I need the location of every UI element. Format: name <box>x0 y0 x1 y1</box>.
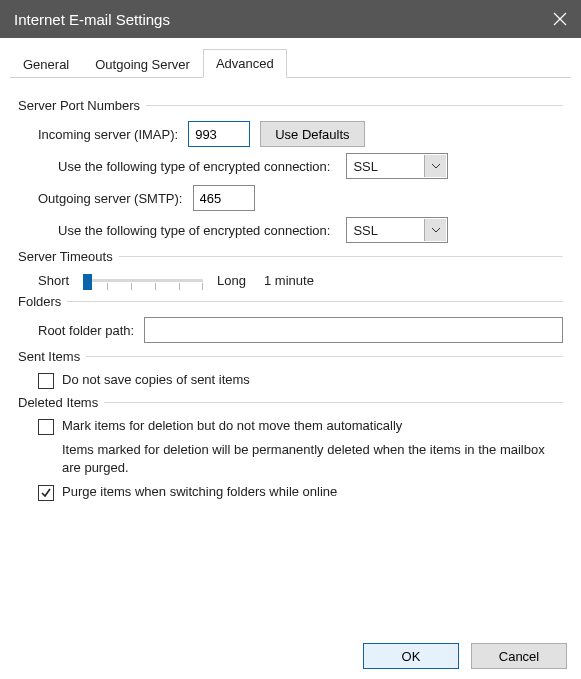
outgoing-encryption-label: Use the following type of encrypted conn… <box>58 223 330 238</box>
incoming-encryption-label: Use the following type of encrypted conn… <box>58 159 330 174</box>
outgoing-server-label: Outgoing server (SMTP): <box>38 191 183 206</box>
group-folders: Folders <box>18 294 563 309</box>
timeout-value: 1 minute <box>264 273 314 288</box>
root-folder-label: Root folder path: <box>38 323 134 338</box>
group-server-timeouts: Server Timeouts <box>18 249 563 264</box>
tab-outgoing-server[interactable]: Outgoing Server <box>82 50 203 78</box>
tab-general[interactable]: General <box>10 50 82 78</box>
close-icon[interactable] <box>553 12 567 26</box>
timeout-slider[interactable] <box>83 272 203 288</box>
chevron-down-icon <box>424 155 446 177</box>
group-deleted-items: Deleted Items <box>18 395 563 410</box>
incoming-encryption-select[interactable]: SSL <box>346 153 448 179</box>
mark-for-deletion-label: Mark items for deletion but do not move … <box>62 418 402 433</box>
outgoing-encryption-select[interactable]: SSL <box>346 217 448 243</box>
timeout-long-label: Long <box>217 273 246 288</box>
tab-advanced[interactable]: Advanced <box>203 49 287 78</box>
group-label-text: Server Port Numbers <box>18 98 140 113</box>
group-label-text: Server Timeouts <box>18 249 113 264</box>
do-not-save-checkbox[interactable] <box>38 373 54 389</box>
ok-button[interactable]: OK <box>363 643 459 669</box>
group-server-port-numbers: Server Port Numbers <box>18 98 563 113</box>
advanced-panel: Server Port Numbers Incoming server (IMA… <box>10 78 571 515</box>
outgoing-port-input[interactable] <box>193 185 255 211</box>
outgoing-encryption-value: SSL <box>353 223 378 238</box>
titlebar[interactable]: Internet E-mail Settings <box>0 0 581 38</box>
window-title: Internet E-mail Settings <box>14 11 170 28</box>
dialog-button-bar: OK Cancel <box>0 643 571 669</box>
group-label-text: Sent Items <box>18 349 80 364</box>
tabstrip: General Outgoing Server Advanced <box>10 48 571 78</box>
incoming-port-input[interactable] <box>188 121 250 147</box>
do-not-save-label: Do not save copies of sent items <box>62 372 250 387</box>
root-folder-input[interactable] <box>144 317 563 343</box>
chevron-down-icon <box>424 219 446 241</box>
group-label-text: Folders <box>18 294 61 309</box>
deletion-hint: Items marked for deletion will be perman… <box>62 441 563 476</box>
purge-label: Purge items when switching folders while… <box>62 484 337 499</box>
purge-checkbox[interactable] <box>38 485 54 501</box>
mark-for-deletion-checkbox[interactable] <box>38 419 54 435</box>
incoming-server-label: Incoming server (IMAP): <box>38 127 178 142</box>
cancel-button[interactable]: Cancel <box>471 643 567 669</box>
group-label-text: Deleted Items <box>18 395 98 410</box>
group-sent-items: Sent Items <box>18 349 563 364</box>
use-defaults-button[interactable]: Use Defaults <box>260 121 364 147</box>
incoming-encryption-value: SSL <box>353 159 378 174</box>
timeout-short-label: Short <box>38 273 69 288</box>
